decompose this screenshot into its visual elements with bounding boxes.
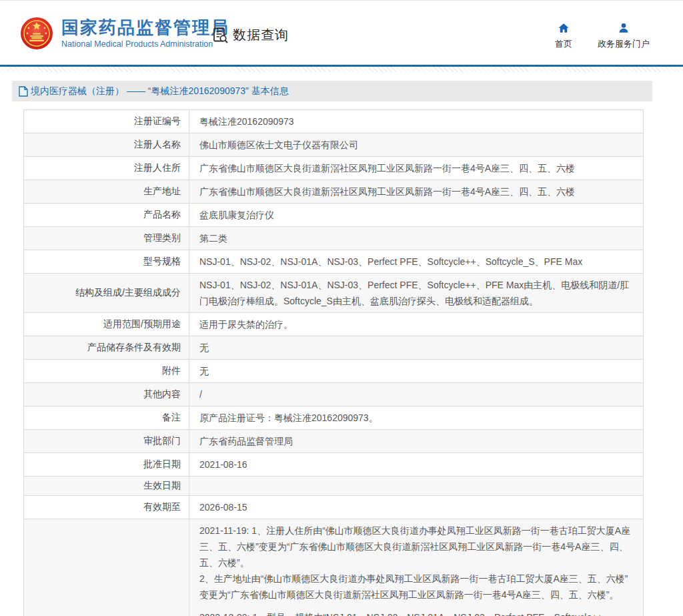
row-value: / xyxy=(189,383,643,406)
row-value: 第二类 xyxy=(189,227,643,250)
registration-detail-table: 注册证编号粤械注准20162090973注册人名称佛山市顺德区依士文电子仪器有限… xyxy=(23,109,644,616)
row-label: 结构及组成/主要组成成分 xyxy=(24,274,189,312)
national-emblem-logo xyxy=(20,17,53,50)
breadcrumb-text: 境内医疗器械（注册） —— “粤械注准20162090973” 基本信息 xyxy=(31,85,289,97)
row-label: 有效期至 xyxy=(24,496,189,519)
row-value: 广东省佛山市顺德区大良街道新滘社区凤翔工业区凤新路一街一巷4号A座三、四、五、六… xyxy=(189,180,643,203)
table-row: 注册证编号粤械注准20162090973 xyxy=(24,110,643,133)
table-row: 备注原产品注册证号：粤械注准20162090973。 xyxy=(24,406,643,430)
row-value: NSJ-01、NSJ-02、NSJ-01A、NSJ-03、Perfect PFE… xyxy=(189,274,643,312)
row-value: 粤械注准20162090973 xyxy=(189,110,643,133)
table-row: 生产地址广东省佛山市顺德区大良街道新滘社区凤翔工业区凤新路一街一巷4号A座三、四… xyxy=(24,180,643,204)
table-row: 型号规格NSJ-01、NSJ-02、NSJ-01A、NSJ-03、Perfect… xyxy=(24,250,643,274)
top-navigation: 首页 政务服务门户 xyxy=(555,22,650,50)
table-row: 审批部门广东省药品监督管理局 xyxy=(24,430,643,453)
change-record-line: 2021-11-19: 1、注册人住所由“佛山市顺德区大良街道办事处凤翔工业区凤… xyxy=(199,523,634,571)
row-label: 其他内容 xyxy=(24,383,189,406)
row-value: 2026-08-15 xyxy=(189,496,643,519)
document-icon xyxy=(19,86,28,97)
table-row: 其他内容/ xyxy=(24,383,643,406)
data-query-label: 数据查询 xyxy=(233,26,289,44)
row-label: 注册证编号 xyxy=(24,110,189,133)
table-row: 变更情况2021-11-19: 1、注册人住所由“佛山市顺德区大良街道办事处凤翔… xyxy=(24,519,643,616)
row-label: 注册人住所 xyxy=(24,157,189,180)
row-label: 管理类别 xyxy=(24,227,189,250)
table-row: 产品名称盆底肌康复治疗仪 xyxy=(24,204,643,227)
hatch-band xyxy=(0,67,683,72)
row-value: 原产品注册证号：粤械注准20162090973。 xyxy=(189,406,643,429)
row-value: 广东省药品监督管理局 xyxy=(189,430,643,452)
nav-service-portal[interactable]: 政务服务门户 xyxy=(598,22,650,50)
row-label: 适用范围/预期用途 xyxy=(24,313,189,336)
data-query-icon xyxy=(212,27,229,44)
row-value: 2021-11-19: 1、注册人住所由“佛山市顺德区大良街道办事处凤翔工业区凤… xyxy=(189,519,643,616)
brand-text: 国家药品监督管理局 National Medical Products Admi… xyxy=(61,18,229,49)
table-row: 注册人名称佛山市顺德区依士文电子仪器有限公司 xyxy=(24,133,643,157)
row-label: 产品名称 xyxy=(24,204,189,226)
table-row: 管理类别第二类 xyxy=(24,227,643,250)
change-record-line xyxy=(199,603,634,609)
row-value: 2021-08-16 xyxy=(189,453,643,476)
site-header: 国家药品监督管理局 National Medical Products Admi… xyxy=(0,1,683,65)
row-label: 型号规格 xyxy=(24,250,189,273)
brand[interactable]: 国家药品监督管理局 National Medical Products Admi… xyxy=(20,17,229,50)
row-value: 佛山市顺德区依士文电子仪器有限公司 xyxy=(189,133,643,156)
change-record-line: 2、生产地址由“佛山市顺德区大良街道办事处凤翔工业区凤新路一街一巷古珀工贸大厦A… xyxy=(199,571,634,603)
org-name-en: National Medical Products Administration xyxy=(61,39,229,49)
table-row: 附件无 xyxy=(24,360,643,383)
table-row: 产品储存条件及有效期无 xyxy=(24,336,643,360)
breadcrumb: 境内医疗器械（注册） —— “粤械注准20162090973” 基本信息 xyxy=(12,81,652,101)
home-icon xyxy=(558,22,570,34)
data-query-module[interactable]: 数据查询 xyxy=(212,26,289,44)
row-label: 批准日期 xyxy=(24,453,189,476)
person-icon xyxy=(618,22,630,34)
nav-service-portal-label: 政务服务门户 xyxy=(598,38,650,50)
row-label: 审批部门 xyxy=(24,430,189,452)
row-value: 盆底肌康复治疗仪 xyxy=(189,204,643,226)
org-name-cn: 国家药品监督管理局 xyxy=(61,18,229,37)
table-row: 适用范围/预期用途适用于尿失禁的治疗。 xyxy=(24,313,643,336)
row-label: 附件 xyxy=(24,360,189,382)
change-record-line: 2022-12-08: 1、型号、规格由“NSJ-01、NSJ-02、NSJ-0… xyxy=(199,609,634,616)
row-value: 无 xyxy=(189,360,643,382)
row-label: 生产地址 xyxy=(24,180,189,203)
row-label: 注册人名称 xyxy=(24,133,189,156)
row-value: NSJ-01、NSJ-02、NSJ-01A、NSJ-03、Perfect PFE… xyxy=(189,250,643,273)
table-row: 结构及组成/主要组成成分NSJ-01、NSJ-02、NSJ-01A、NSJ-03… xyxy=(24,274,643,313)
table-row: 批准日期2021-08-16 xyxy=(24,453,643,477)
row-label: 变更情况 xyxy=(24,519,189,616)
row-label: 备注 xyxy=(24,406,189,429)
nav-home[interactable]: 首页 xyxy=(555,22,572,50)
row-label: 生效日期 xyxy=(24,477,189,495)
row-value: 广东省佛山市顺德区大良街道新滘社区凤翔工业区凤新路一街一巷4号A座三、四、五、六… xyxy=(189,157,643,180)
nav-home-label: 首页 xyxy=(555,38,572,50)
row-value xyxy=(189,477,643,495)
row-value: 适用于尿失禁的治疗。 xyxy=(189,313,643,336)
table-row: 有效期至2026-08-15 xyxy=(24,496,643,519)
row-value: 无 xyxy=(189,336,643,359)
row-label: 产品储存条件及有效期 xyxy=(24,336,189,359)
table-row: 生效日期 xyxy=(24,477,643,496)
table-row: 注册人住所广东省佛山市顺德区大良街道新滘社区凤翔工业区凤新路一街一巷4号A座三、… xyxy=(24,157,643,180)
